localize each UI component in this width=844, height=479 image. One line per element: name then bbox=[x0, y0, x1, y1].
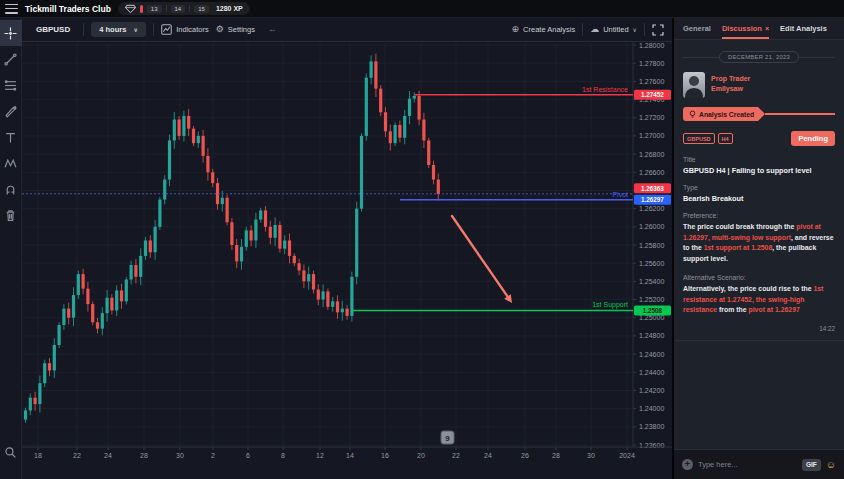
cloud-icon: ☁ bbox=[590, 25, 599, 34]
text-run: from the bbox=[717, 306, 748, 313]
pattern-tool[interactable] bbox=[0, 150, 22, 176]
svg-text:24: 24 bbox=[104, 452, 112, 459]
author-name[interactable]: Prop Trader Emilysaw bbox=[711, 72, 750, 94]
discussion-panel: General Discussion × Edit Analysis DECEM… bbox=[672, 18, 844, 479]
tab-general[interactable]: General bbox=[683, 18, 711, 39]
chevron-down-icon: ∨ bbox=[633, 26, 637, 33]
svg-text:1.26297: 1.26297 bbox=[641, 196, 664, 203]
remove-drawings-tool[interactable] bbox=[0, 202, 22, 228]
fullscreen-button[interactable] bbox=[652, 24, 664, 36]
level-badge: 14 bbox=[171, 5, 186, 13]
tab-label: Discussion bbox=[722, 24, 762, 33]
menu-icon[interactable] bbox=[5, 4, 18, 14]
svg-text:9: 9 bbox=[445, 434, 450, 443]
svg-text:1.27800: 1.27800 bbox=[639, 60, 664, 67]
analysis-title: GBPUSD H4 | Falling to support level bbox=[683, 166, 835, 175]
alternative-text: Alternatively, the price could rise to t… bbox=[683, 284, 835, 316]
trend-line-tool[interactable] bbox=[0, 46, 22, 72]
chevron-down-icon: ∨ bbox=[133, 26, 138, 33]
svg-text:22: 22 bbox=[73, 452, 81, 459]
svg-text:1.27200: 1.27200 bbox=[639, 114, 664, 121]
analysis-ribbon: Analysis Created bbox=[683, 107, 835, 121]
svg-text:26: 26 bbox=[521, 452, 529, 459]
brush-tool[interactable] bbox=[0, 98, 22, 124]
svg-text:20: 20 bbox=[417, 452, 425, 459]
svg-text:16: 16 bbox=[381, 452, 389, 459]
candlestick-chart[interactable]: 1.280001.278001.276001.274001.272001.270… bbox=[22, 42, 672, 479]
person-photo bbox=[683, 72, 705, 98]
timeframe-dropdown[interactable]: 4 hours ∨ bbox=[91, 22, 146, 37]
svg-text:1.24000: 1.24000 bbox=[639, 405, 664, 412]
svg-text:2: 2 bbox=[211, 452, 215, 459]
trash-icon bbox=[4, 209, 17, 222]
progress-bar bbox=[140, 5, 143, 13]
svg-text:1.27600: 1.27600 bbox=[639, 78, 664, 85]
zoom-tool[interactable] bbox=[0, 439, 22, 465]
svg-text:6: 6 bbox=[246, 452, 250, 459]
panel-tabs: General Discussion × Edit Analysis bbox=[674, 18, 844, 40]
chart-section: GBPUSD 4 hours ∨ Indicators ⚙ Settings bbox=[22, 18, 672, 479]
title-label: Title bbox=[683, 156, 835, 163]
chart-area[interactable]: 1.280001.278001.276001.274001.272001.270… bbox=[22, 42, 672, 479]
tag-timeframe[interactable]: H4 bbox=[718, 133, 733, 144]
xp-label: 1280 XP bbox=[216, 5, 243, 12]
tab-discussion[interactable]: Discussion × bbox=[722, 18, 769, 39]
trend-line-icon bbox=[4, 53, 17, 66]
svg-text:12: 12 bbox=[316, 452, 324, 459]
svg-text:1.26800: 1.26800 bbox=[639, 151, 664, 158]
app-title: Tickmill Traders Club bbox=[25, 4, 111, 14]
svg-text:2024: 2024 bbox=[619, 452, 635, 459]
status-badge[interactable]: Pending bbox=[791, 131, 835, 146]
svg-text:1.24200: 1.24200 bbox=[639, 387, 664, 394]
fib-retracement-tool[interactable] bbox=[0, 72, 22, 98]
author-role: Prop Trader bbox=[711, 74, 750, 84]
svg-text:1.25400: 1.25400 bbox=[639, 278, 664, 285]
indicators-label: Indicators bbox=[176, 25, 209, 34]
indicators-button[interactable]: Indicators bbox=[161, 24, 209, 35]
topbar: Tickmill Traders Club 13 14 15 1280 XP bbox=[0, 0, 844, 18]
text-run: Alternatively, the price could rise to t… bbox=[683, 285, 813, 292]
svg-text:1.26000: 1.26000 bbox=[639, 223, 664, 230]
stats-pill[interactable]: 13 14 15 1280 XP bbox=[118, 2, 250, 15]
analysis-type: Bearish Breakout bbox=[683, 194, 835, 203]
svg-text:18: 18 bbox=[34, 452, 42, 459]
svg-text:1.26600: 1.26600 bbox=[639, 169, 664, 176]
svg-text:Pivot: Pivot bbox=[612, 191, 628, 198]
svg-text:24: 24 bbox=[484, 452, 492, 459]
tag-symbol[interactable]: GBPUSD bbox=[683, 133, 715, 144]
undo-icon[interactable]: ← bbox=[268, 25, 277, 34]
preference-text: The price could break through the pivot … bbox=[683, 222, 835, 265]
create-analysis-button[interactable]: ⊕ Create Analysis bbox=[512, 25, 576, 34]
magnifier-icon bbox=[4, 446, 17, 459]
gif-button[interactable]: GIF bbox=[802, 459, 821, 471]
svg-text:1.23800: 1.23800 bbox=[639, 423, 664, 430]
svg-text:8: 8 bbox=[281, 452, 285, 459]
text-run: The price could break through the bbox=[683, 223, 796, 230]
text-tool[interactable] bbox=[0, 124, 22, 150]
crosshair-tool[interactable] bbox=[0, 20, 22, 46]
xabcd-pattern-icon bbox=[4, 157, 17, 170]
save-dropdown[interactable]: ☁ Untitled ∨ bbox=[590, 25, 637, 34]
level-badge: 13 bbox=[147, 5, 162, 13]
chart-toolbar: GBPUSD 4 hours ∨ Indicators ⚙ Settings bbox=[22, 18, 672, 42]
tab-edit-analysis[interactable]: Edit Analysis bbox=[780, 18, 827, 39]
gear-icon: ⚙ bbox=[216, 25, 224, 34]
emoji-icon[interactable]: ☺ bbox=[826, 460, 836, 470]
text-run: pivot at 1.26297 bbox=[749, 306, 800, 313]
settings-button[interactable]: ⚙ Settings bbox=[216, 25, 255, 34]
avatar[interactable] bbox=[683, 72, 705, 98]
svg-text:1.24600: 1.24600 bbox=[639, 351, 664, 358]
message-input[interactable] bbox=[698, 460, 797, 469]
attach-icon[interactable]: + bbox=[682, 459, 693, 470]
svg-text:1.25800: 1.25800 bbox=[639, 242, 664, 249]
svg-text:1.27000: 1.27000 bbox=[639, 132, 664, 139]
magnet-tool[interactable] bbox=[0, 176, 22, 202]
close-icon[interactable]: × bbox=[765, 25, 769, 32]
timeframe-value: 4 hours bbox=[99, 25, 126, 34]
svg-text:1.27452: 1.27452 bbox=[641, 91, 664, 98]
app-root: Tickmill Traders Club 13 14 15 1280 XP bbox=[0, 0, 844, 479]
symbol-label[interactable]: GBPUSD bbox=[30, 25, 76, 34]
save-name-label: Untitled bbox=[603, 25, 628, 34]
discussion-feed[interactable]: DECEMBER 21, 2023 Prop Trader Emilysaw bbox=[674, 40, 844, 449]
ribbon-label: Analysis Created bbox=[699, 111, 754, 118]
